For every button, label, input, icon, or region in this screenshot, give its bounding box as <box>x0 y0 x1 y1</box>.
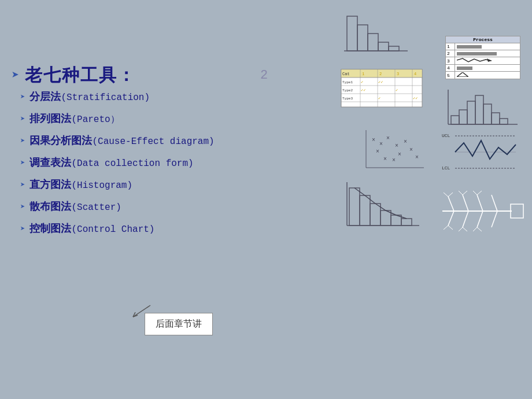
svg-text:Type1: Type1 <box>342 80 353 84</box>
svg-line-69 <box>463 211 468 227</box>
histogram-svg <box>341 10 416 62</box>
svg-line-74 <box>459 191 463 195</box>
list-item-4: ➤ 调查表法(Data collection form) <box>20 156 215 169</box>
svg-line-66 <box>477 195 483 211</box>
callout-box: 后面章节讲 <box>145 313 213 335</box>
process-row-2-bar <box>455 50 520 57</box>
svg-text:✓✓: ✓✓ <box>413 96 418 101</box>
svg-rect-38 <box>459 110 467 124</box>
svg-rect-37 <box>451 116 459 124</box>
svg-text:✓✓: ✓✓ <box>361 88 365 93</box>
svg-line-77 <box>477 191 482 195</box>
svg-line-72 <box>444 193 448 197</box>
control-chart-svg: UCL LCL <box>441 130 519 176</box>
process-row-4-bar <box>455 65 520 72</box>
svg-text:3: 3 <box>397 72 399 76</box>
svg-rect-6 <box>378 42 389 51</box>
pareto-svg <box>341 179 425 231</box>
list-item-1: ➤ 分层法(Stratification) <box>20 90 215 104</box>
pareto-diagram <box>341 179 425 231</box>
process-table: Process 1 2 3 4 <box>445 36 520 79</box>
fishbone-diagram <box>437 182 526 237</box>
svg-text:×: × <box>372 137 375 143</box>
svg-line-76 <box>473 191 477 195</box>
slide-number: 2 <box>260 68 268 83</box>
svg-text:✓: ✓ <box>361 80 363 84</box>
list-text-6: 散布图法(Scatter) <box>29 200 121 213</box>
process-row-4-num: 4 <box>446 65 455 72</box>
histogram-mid-diagram <box>445 87 520 130</box>
svg-rect-39 <box>467 101 475 124</box>
svg-line-78 <box>444 226 448 230</box>
check-sheet-diagram: Cat 1 2 3 4 Type1 ✓ ✓✓ Type2 ✓✓ ✓ Type3 … <box>340 68 424 109</box>
svg-text:×: × <box>398 152 401 158</box>
list-text-3: 因果分析图法(Cause-Effect diagram) <box>29 134 214 147</box>
svg-rect-87 <box>360 195 370 226</box>
svg-text:✓: ✓ <box>378 96 380 101</box>
svg-text:LCL: LCL <box>442 165 450 171</box>
svg-text:4: 4 <box>414 72 416 76</box>
list-text-4: 调查表法(Data collection form) <box>29 156 193 169</box>
list-item-5: ➤ 直方图法(Histogram) <box>20 178 215 191</box>
svg-rect-7 <box>389 46 399 51</box>
svg-line-68 <box>448 211 454 226</box>
svg-text:×: × <box>404 139 407 145</box>
svg-rect-40 <box>475 95 483 124</box>
main-title-area: ➤ 老七种工具： <box>12 64 136 87</box>
svg-rect-42 <box>492 113 500 124</box>
svg-line-70 <box>477 211 483 227</box>
list-text-5: 直方图法(Histogram) <box>29 178 132 191</box>
list-item-6: ➤ 散布图法(Scatter) <box>20 200 215 213</box>
svg-rect-4 <box>357 25 368 51</box>
list-item-7: ➤ 控制图法(Control Chart) <box>20 221 215 235</box>
svg-line-79 <box>448 226 453 230</box>
process-row-1-bar <box>455 43 520 50</box>
svg-text:×: × <box>395 143 398 149</box>
svg-rect-41 <box>483 104 492 124</box>
svg-rect-86 <box>349 188 360 226</box>
svg-line-71 <box>492 211 497 227</box>
fishbone-svg <box>437 182 526 237</box>
histogram-diagram <box>341 10 416 62</box>
svg-rect-89 <box>380 210 391 226</box>
svg-text:×: × <box>383 156 387 162</box>
list-arrow-2: ➤ <box>20 114 25 124</box>
list-arrow-4: ➤ <box>20 158 25 168</box>
svg-text:×: × <box>415 154 419 161</box>
svg-text:2: 2 <box>379 72 382 76</box>
histogram-mid-svg <box>445 87 520 130</box>
main-title-text: 老七种工具： <box>25 64 136 87</box>
list-arrow-1: ➤ <box>20 92 25 102</box>
svg-rect-3 <box>347 16 357 51</box>
svg-rect-5 <box>368 34 378 51</box>
slide: 2 ➤ 老七种工具： ➤ 分层法(Stratification) ➤ 排列图法(… <box>0 0 532 399</box>
svg-text:✓✓: ✓✓ <box>378 80 383 84</box>
list-arrow-3: ➤ <box>20 136 25 146</box>
svg-text:×: × <box>376 149 379 155</box>
scatter-svg: × × × × × × × × × × × <box>363 127 427 171</box>
svg-line-65 <box>463 195 468 211</box>
svg-text:Cat: Cat <box>342 72 350 76</box>
svg-text:Type3: Type3 <box>342 97 353 101</box>
title-arrow: ➤ <box>12 68 19 83</box>
svg-line-82 <box>473 227 477 231</box>
svg-text:×: × <box>379 141 383 147</box>
svg-rect-43 <box>500 119 508 124</box>
svg-text:1: 1 <box>362 72 364 76</box>
check-sheet-svg: Cat 1 2 3 4 Type1 ✓ ✓✓ Type2 ✓✓ ✓ Type3 … <box>340 68 424 109</box>
svg-line-73 <box>448 193 453 197</box>
svg-line-75 <box>463 191 467 195</box>
process-row-5-bar <box>455 72 520 79</box>
list-arrow-6: ➤ <box>20 202 25 212</box>
svg-marker-10 <box>457 72 468 77</box>
process-row-3-bar <box>455 57 520 65</box>
process-table-header: Process <box>446 36 520 43</box>
svg-line-83 <box>477 227 482 231</box>
svg-text:UCL: UCL <box>442 133 450 138</box>
svg-line-80 <box>459 227 463 231</box>
control-chart-diagram: UCL LCL <box>441 130 519 176</box>
svg-rect-88 <box>370 204 380 226</box>
svg-text:×: × <box>409 147 413 153</box>
list-item-3: ➤ 因果分析图法(Cause-Effect diagram) <box>20 134 215 147</box>
list-text-1: 分层法(Stratification) <box>29 90 150 104</box>
